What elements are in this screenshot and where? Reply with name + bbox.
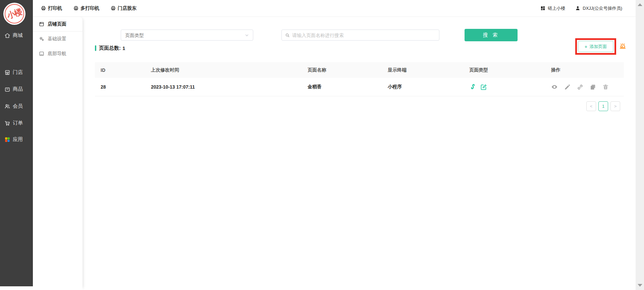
pagination: < 1 >: [586, 101, 620, 111]
topbar-item-label: 门店股东: [118, 5, 137, 11]
sidebar-item-mall[interactable]: 商城: [4, 32, 23, 39]
printer-icon: [73, 6, 78, 11]
home-icon: [4, 33, 10, 39]
topbar-item-store-shareholder[interactable]: 门店股东: [111, 5, 137, 11]
goods-icon: [4, 86, 10, 92]
vertical-scrollbar[interactable]: [636, 0, 644, 290]
col-header-type: 页面类型: [464, 67, 545, 73]
secondary-sidebar: 店铺页面 基础设置 底部导航: [33, 17, 83, 290]
page-total-summary: 页面总数: 1: [95, 45, 125, 51]
topbar-item-label: 打印机: [48, 5, 62, 11]
col-header-id: ID: [95, 67, 145, 73]
submenu-item-label: 店铺页面: [48, 21, 66, 27]
cell-modified: 2023-10-13 17:07:11: [145, 84, 302, 90]
prev-page-button[interactable]: <: [586, 101, 596, 111]
store-icon: [4, 69, 10, 76]
next-page-button[interactable]: >: [610, 101, 620, 111]
search-icon: [285, 33, 290, 38]
sidebar-item-label: 门店: [13, 69, 23, 76]
cell-page-type-icons: [464, 83, 545, 91]
sidebar-item-label: 会员: [13, 103, 23, 109]
pages-table: ID 上次修改时间 页面名称 显示终端 页面类型 操作 28 2023-10-1…: [95, 62, 624, 96]
edit-page-icon[interactable]: [480, 84, 487, 91]
topbar-account-area: 链上小楼 DXJJ(公众号操作员): [540, 5, 636, 11]
topbar: 打印机 多打印机 门店股东 链上小楼 DXJJ(公众号操作员): [33, 0, 636, 17]
table-header-row: ID 上次修改时间 页面名称 显示终端 页面类型 操作: [95, 62, 624, 78]
cell-terminal: 小程序: [382, 84, 464, 90]
bottom-nav-icon: [39, 51, 44, 56]
topbar-item-label: 多打印机: [80, 5, 99, 11]
col-header-actions: 操作: [545, 67, 624, 73]
sidebar-item-label: 商品: [13, 86, 23, 92]
scroll-down-icon[interactable]: [638, 284, 642, 287]
decorate-link-icon[interactable]: [469, 83, 477, 91]
sidebar-item-stores[interactable]: 门店: [4, 69, 23, 76]
submenu-item-basic-settings[interactable]: 基础设置: [33, 32, 83, 46]
copy-icon[interactable]: [590, 84, 596, 90]
scroll-up-icon[interactable]: [638, 3, 642, 6]
topbar-nav: 打印机 多打印机 门店股东: [33, 5, 137, 11]
plus-icon: +: [585, 44, 588, 49]
cell-name: 金稻香: [302, 84, 382, 90]
page-total-value: 1: [122, 45, 125, 51]
submenu-item-label: 底部导航: [48, 51, 66, 57]
org-switcher[interactable]: 链上小楼: [540, 5, 565, 11]
page-icon: [39, 21, 44, 27]
app-window: 小楼 商城 门店 商品 会员 订单 应用: [0, 0, 644, 290]
table-row: 28 2023-10-13 17:07:11 金稻香 小程序: [95, 78, 624, 96]
add-page-button[interactable]: + 添加页面: [578, 41, 613, 52]
page-total-label: 页面总数:: [99, 45, 121, 51]
submenu-item-shop-pages[interactable]: 店铺页面: [33, 17, 83, 32]
user-name: DXJJ(公众号操作员): [583, 5, 622, 11]
delete-icon[interactable]: [602, 84, 609, 90]
view-icon[interactable]: [551, 84, 558, 90]
page-type-select[interactable]: [121, 30, 253, 41]
accent-bar: [95, 45, 96, 51]
settings-icon: [39, 36, 44, 42]
submenu-item-bottom-nav[interactable]: 底部导航: [33, 46, 83, 61]
link-icon[interactable]: [577, 84, 583, 90]
sidebar-item-members[interactable]: 会员: [4, 103, 23, 109]
col-header-name: 页面名称: [302, 67, 382, 73]
add-page-label: 添加页面: [589, 44, 607, 50]
search-button[interactable]: 搜 索: [465, 29, 518, 41]
sidebar-item-label: 商城: [13, 32, 23, 39]
printer-icon: [111, 6, 116, 11]
printer-icon: [41, 6, 46, 11]
user-menu[interactable]: DXJJ(公众号操作员): [575, 5, 622, 11]
brand-logo: 小楼: [3, 3, 25, 25]
page-type-select-value[interactable]: [125, 33, 245, 38]
cell-actions: [545, 84, 624, 90]
org-grid-icon: [540, 6, 545, 11]
org-name: 链上小楼: [548, 5, 565, 11]
edit-icon[interactable]: [564, 84, 571, 90]
main-content: 搜 索 页面总数: 1 + 添加页面 ID 上次修改时间 页面名称 显示终端 页…: [83, 17, 636, 290]
col-header-modified: 上次修改时间: [145, 67, 302, 73]
orders-icon: [4, 120, 10, 126]
page-name-search: [281, 30, 439, 41]
sidebar-item-orders[interactable]: 订单: [4, 120, 23, 126]
topbar-item-printer[interactable]: 打印机: [41, 5, 62, 11]
members-icon: [4, 103, 10, 109]
alarm-notice-button[interactable]: [618, 42, 627, 51]
sidebar-item-label: 订单: [13, 120, 23, 126]
page-number-button[interactable]: 1: [598, 101, 608, 111]
alarm-icon: [619, 42, 627, 50]
search-input[interactable]: [292, 33, 436, 38]
col-header-terminal: 显示终端: [382, 67, 464, 73]
sidebar-item-goods[interactable]: 商品: [4, 86, 23, 92]
cell-id: 28: [95, 84, 145, 90]
chevron-down-icon: [245, 33, 249, 37]
submenu-item-label: 基础设置: [48, 36, 66, 42]
sidebar-item-apps[interactable]: 应用: [4, 136, 23, 143]
topbar-item-multi-printer[interactable]: 多打印机: [73, 5, 99, 11]
apps-icon: [4, 137, 10, 143]
sidebar-item-label: 应用: [13, 136, 23, 143]
user-icon: [575, 6, 580, 11]
primary-sidebar: 小楼 商城 门店 商品 会员 订单 应用: [0, 0, 33, 286]
